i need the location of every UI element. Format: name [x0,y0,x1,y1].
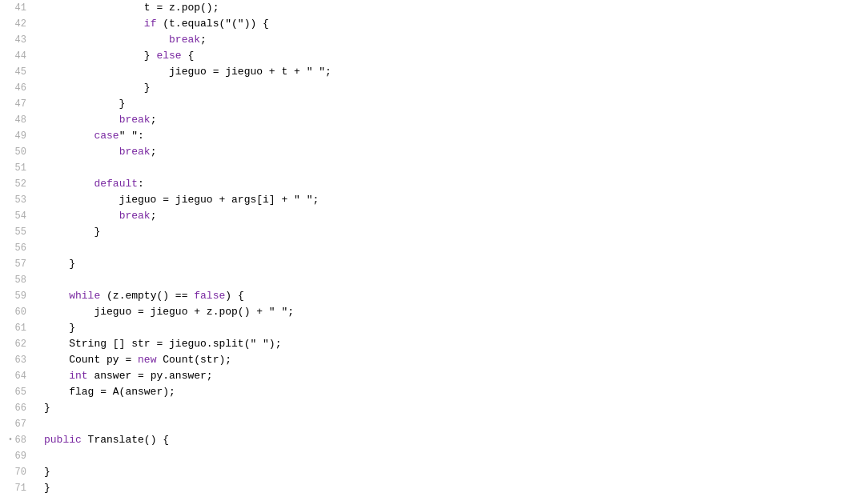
code-content[interactable]: t = z.pop(); if (t.equals("(")) { break;… [36,0,868,497]
line-number: 68 [6,432,30,448]
line-number: 55 [6,224,30,240]
code-editor: 4142434445464748495051525354555657585960… [0,0,868,497]
line-number: 50 [6,144,30,160]
code-line: jieguo = jieguo + args[i] + " "; [44,192,868,208]
code-line: String [] str = jieguo.split(" "); [44,336,868,352]
line-number: 43 [6,32,30,48]
code-line: } [44,320,868,336]
line-number: 69 [6,448,30,464]
line-number: 70 [6,464,30,480]
line-number: 41 [6,0,30,16]
code-line: } [44,464,868,480]
line-number: 52 [6,176,30,192]
code-line: } [44,256,868,272]
line-number: 71 [6,480,30,496]
code-line: break; [44,208,868,224]
line-number: 42 [6,16,30,32]
code-line: break; [44,32,868,48]
code-line: if (t.equals("(")) { [44,16,868,32]
code-line: Count py = new Count(str); [44,352,868,368]
code-line: public Translate() { [44,432,868,448]
line-number: 46 [6,80,30,96]
code-line: int answer = py.answer; [44,368,868,384]
line-number: 56 [6,240,30,256]
code-line: t = z.pop(); [44,0,868,16]
code-line: } [44,400,868,416]
line-numbers: 4142434445464748495051525354555657585960… [0,0,36,497]
line-number: 48 [6,112,30,128]
code-line [44,160,868,176]
line-number: 59 [6,288,30,304]
code-line: jieguo = jieguo + t + " "; [44,64,868,80]
code-line: } else { [44,48,868,64]
code-line: while (z.empty() == false) { [44,288,868,304]
code-line [44,240,868,256]
line-number: 58 [6,272,30,288]
code-line: break; [44,112,868,128]
line-number: 57 [6,256,30,272]
code-line: case" ": [44,128,868,144]
line-number: 65 [6,384,30,400]
code-line [44,416,868,432]
line-number: 49 [6,128,30,144]
code-line: } [44,96,868,112]
code-line: } [44,224,868,240]
code-line: default: [44,176,868,192]
code-line [44,448,868,464]
line-number: 62 [6,336,30,352]
line-number: 60 [6,304,30,320]
line-number: 47 [6,96,30,112]
line-number: 45 [6,64,30,80]
line-number: 51 [6,160,30,176]
code-line: } [44,80,868,96]
line-number: 63 [6,352,30,368]
code-line: } [44,480,868,496]
code-line [44,272,868,288]
line-number: 54 [6,208,30,224]
line-number: 53 [6,192,30,208]
line-number: 61 [6,320,30,336]
line-number: 44 [6,48,30,64]
code-line: break; [44,144,868,160]
line-number: 66 [6,400,30,416]
line-number: 67 [6,416,30,432]
line-number: 64 [6,368,30,384]
code-line: flag = A(answer); [44,384,868,400]
code-line: jieguo = jieguo + z.pop() + " "; [44,304,868,320]
